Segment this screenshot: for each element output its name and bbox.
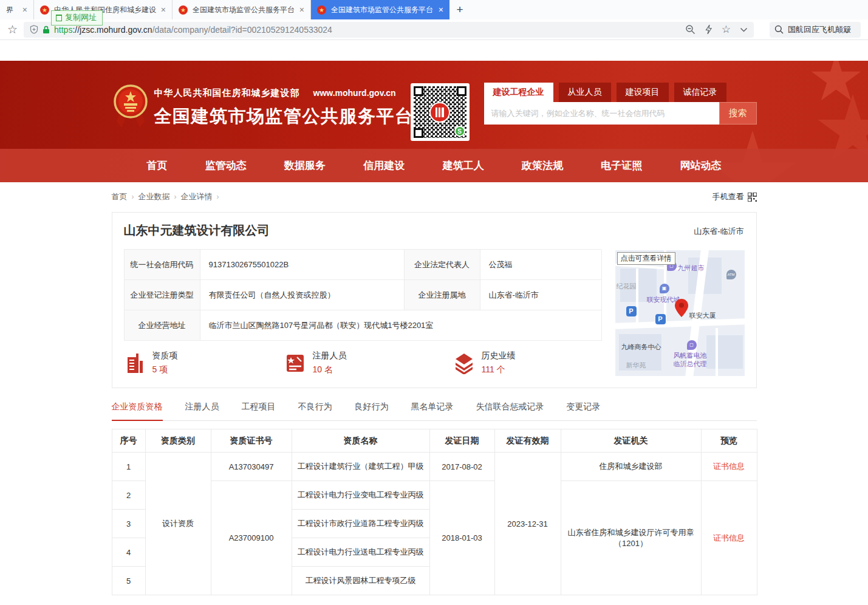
stat-value: 10 名 — [313, 364, 347, 375]
tab-blacklist[interactable]: 黑名单记录 — [411, 402, 454, 420]
nav-item-workers[interactable]: 建筑工人 — [443, 159, 484, 173]
url-path: /data/company/detail?id=0021052912405330… — [152, 25, 332, 35]
tab-good-behavior[interactable]: 良好行为 — [355, 402, 389, 420]
browser-tab-active[interactable]: ★ 全国建筑市场监管公共服务平台 × — [311, 0, 449, 19]
url-field[interactable]: https://jzsc.mohurd.gov.cn/data/company/… — [24, 22, 754, 38]
lightning-icon[interactable] — [705, 24, 713, 35]
nav-item-policy[interactable]: 政策法规 — [522, 159, 563, 173]
stat-value: 5 项 — [152, 364, 178, 375]
map-label-supermarket: 九州超市 — [678, 264, 705, 273]
cell-qualification-name: 工程设计市政行业道路工程专业丙级 — [292, 510, 429, 538]
col-header: 资质类别 — [145, 429, 211, 453]
mobile-view-button[interactable]: 手机查看 — [713, 191, 757, 202]
map-road — [615, 318, 745, 329]
miniprogram-icon: S — [454, 126, 465, 137]
qr-finder-icon — [414, 128, 423, 138]
certificate-info-link[interactable]: 证书信息 — [713, 533, 745, 542]
cell-category: 设计资质 — [145, 453, 211, 595]
mobile-view-label: 手机查看 — [713, 191, 744, 202]
close-icon[interactable]: × — [439, 5, 443, 15]
cell-qualification-name: 工程设计电力行业变电工程专业丙级 — [292, 481, 429, 510]
stat-qualifications[interactable]: 资质项 5 项 — [124, 350, 178, 375]
nav-item-site-news[interactable]: 网站动态 — [680, 159, 721, 173]
close-icon[interactable]: × — [299, 5, 304, 15]
nav-item-e-license[interactable]: 电子证照 — [601, 159, 642, 173]
star-icon[interactable]: ☆ — [722, 23, 731, 36]
breadcrumb-company-data[interactable]: 企业数据 — [138, 191, 170, 202]
layers-icon — [453, 352, 475, 374]
quick-search-box[interactable]: 国航回应飞机颠簸 — [770, 22, 861, 38]
search-button[interactable]: 搜索 — [719, 102, 757, 125]
browser-tab-2[interactable]: ★ 全国建筑市场监管公共服务平台 × — [173, 0, 311, 19]
cell-cert-no: A237009100 — [211, 481, 292, 595]
breadcrumb-home[interactable]: 首页 — [112, 191, 128, 202]
zoom-out-icon[interactable] — [685, 24, 695, 35]
stat-registered-personnel[interactable]: 注册人员 10 名 — [284, 350, 347, 375]
stat-historical-performance[interactable]: 历史业绩 111 个 — [453, 350, 516, 375]
map-label-business-center: 九峰商务中心 — [621, 343, 661, 352]
new-tab-button[interactable]: + — [449, 0, 470, 19]
certificate-info-link[interactable]: 证书信息 — [713, 462, 745, 471]
tab-title: 全国建筑市场监管公共服务平台 — [331, 5, 434, 15]
national-emblem-icon — [113, 83, 148, 129]
nav-item-home[interactable]: 首页 — [147, 159, 168, 173]
ministry-url: www.mohurd.gov.cn — [313, 88, 396, 98]
header-search: 建设工程企业 从业人员 建设项目 诚信记录 搜索 — [484, 83, 757, 125]
registration-region-value: 山东省-临沂市 — [480, 280, 602, 310]
copy-tooltip-text: 复制网址 — [65, 12, 97, 23]
tab-registered-personnel[interactable]: 注册人员 — [185, 402, 219, 420]
bookmark-star-icon[interactable]: ☆ — [7, 22, 18, 36]
emblem-favicon-icon: ★ — [317, 5, 326, 15]
browser-tab-0[interactable]: 界 × — [0, 0, 34, 19]
id-card-icon — [284, 352, 306, 374]
business-address-value: 临沂市兰山区陶然路107号星河晶都（联安）现代城1号楼2201室 — [200, 310, 602, 341]
breadcrumb-company-detail[interactable]: 企业详情 — [181, 191, 213, 202]
close-icon[interactable]: × — [161, 5, 166, 15]
qr-finder-icon — [414, 86, 423, 96]
map-preview[interactable]: 点击可查看详情 ◻ 九州超市 ATM 纪花园 ▣ 联安现代城 联安大厦 P P … — [615, 250, 745, 376]
tab-qualifications[interactable]: 企业资质资格 — [112, 402, 163, 421]
qr-code: S — [411, 83, 470, 141]
tab-bad-behavior[interactable]: 不良行为 — [298, 402, 332, 420]
nav-item-credit[interactable]: 信用建设 — [363, 159, 405, 173]
close-icon[interactable]: × — [22, 5, 27, 15]
breadcrumb-separator: › — [174, 193, 177, 201]
nav-item-data-service[interactable]: 数据服务 — [284, 159, 326, 173]
url-host: ://jzsc.mohurd.gov.cn — [72, 25, 152, 35]
search-tab-personnel[interactable]: 从业人员 — [559, 83, 611, 102]
credit-code-value: 91371302675501022B — [200, 250, 405, 280]
map-road — [716, 328, 718, 376]
detail-section-tabs: 企业资质资格 注册人员 工程项目 不良行为 良好行为 黑名单记录 失信联合惩戒记… — [112, 402, 757, 421]
search-tab-project[interactable]: 建设项目 — [617, 83, 669, 102]
tab-projects[interactable]: 工程项目 — [242, 402, 276, 420]
authority-line2: （1201） — [566, 538, 696, 549]
emblem-favicon-icon: ★ — [40, 5, 49, 15]
tab-change-records[interactable]: 变更记录 — [567, 402, 601, 420]
qualification-table: 序号 资质类别 资质证书号 资质名称 发证日期 发证有效期 发证机关 预览 1 … — [112, 429, 757, 595]
tab-dishonesty-records[interactable]: 失信联合惩戒记录 — [476, 402, 544, 420]
ministry-name: 中华人民共和国住房和城乡建设部 — [154, 87, 300, 99]
atm-icon: ATM — [726, 270, 736, 279]
site-title-block: 中华人民共和国住房和城乡建设部 www.mohurd.gov.cn 全国建筑市场… — [154, 87, 414, 129]
registration-type-value: 有限责任公司（自然人投资或控股） — [200, 280, 405, 310]
cell-no: 2 — [112, 481, 145, 510]
chevron-down-icon[interactable] — [740, 27, 748, 32]
keyword-search-input[interactable] — [484, 102, 719, 125]
cell-validity: 2023-12-31 — [494, 453, 561, 595]
search-tab-enterprise[interactable]: 建设工程企业 — [484, 83, 553, 102]
nav-item-supervision[interactable]: 监管动态 — [205, 159, 247, 173]
col-header: 资质证书号 — [211, 429, 292, 453]
company-stats: 资质项 5 项 注册人员 10 名 — [124, 350, 549, 375]
cell-no: 1 — [112, 453, 145, 481]
browser-tabstrip: 界 × ★ 中华人民共和国住房和城乡建设 × ★ 全国建筑市场监管公共服务平台 … — [0, 0, 868, 19]
cell-issue-date: 2017-08-02 — [429, 453, 494, 481]
main-navigation: 首页 监管动态 数据服务 信用建设 建筑工人 政策法规 电子证照 网站动态 — [0, 149, 868, 182]
cell-issue-date: 2018-01-03 — [429, 481, 494, 595]
map-label-garden: 纪花园 — [617, 282, 637, 291]
map-poi-icon: ▣ — [660, 284, 669, 293]
field-label: 企业注册属地 — [405, 280, 480, 310]
company-region: 山东省-临沂市 — [694, 226, 743, 237]
qr-mini-icon — [748, 193, 757, 202]
search-tab-credit[interactable]: 诚信记录 — [674, 83, 726, 102]
cell-no: 5 — [112, 567, 145, 595]
